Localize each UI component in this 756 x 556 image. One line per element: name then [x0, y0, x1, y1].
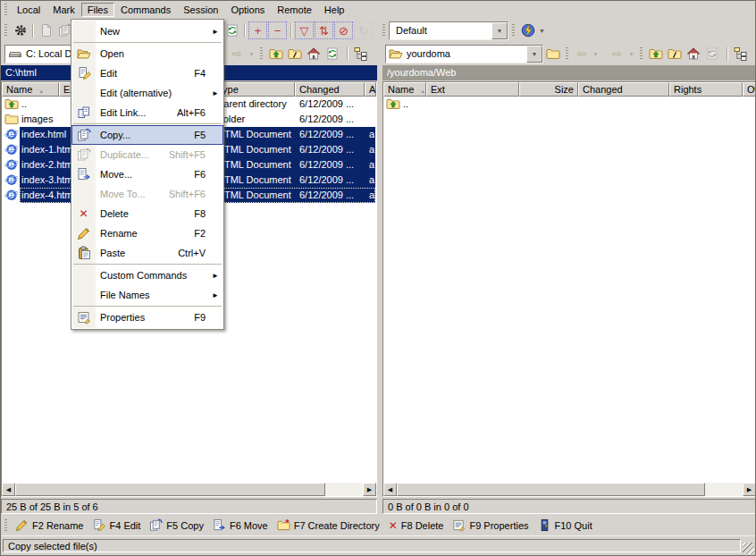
column-header-changed[interactable]: Changed — [578, 82, 669, 97]
toolbar-grip[interactable] — [566, 47, 568, 60]
scrollbar-thumb[interactable] — [15, 483, 325, 496]
lightning-icon — [521, 23, 535, 38]
menu-item-duplicate[interactable]: Duplicate...Shift+F5 — [71, 145, 223, 164]
toolbar-grip[interactable] — [4, 4, 7, 16]
f7-create-directory-button[interactable]: F7 Create Directory — [273, 517, 384, 534]
menu-options[interactable]: Options — [224, 3, 271, 17]
remote-forward-dropdown[interactable]: ▼ — [626, 45, 636, 63]
menu-item-new[interactable]: New► — [71, 21, 223, 41]
column-header-size[interactable]: Size — [519, 82, 578, 97]
remote-open-directory-button[interactable] — [543, 45, 562, 63]
toolbar-grip[interactable] — [640, 47, 643, 60]
f10-quit-button[interactable]: F10 Quit — [533, 517, 597, 534]
f4-edit-button[interactable]: F4 Edit — [88, 517, 145, 534]
toolbar-grip[interactable] — [382, 24, 385, 37]
file-row-parent[interactable]: .. — [384, 97, 755, 112]
menu-files[interactable]: Files — [81, 3, 114, 17]
remote-home-button[interactable] — [684, 45, 702, 63]
f6-move-button[interactable]: F6 Move — [208, 517, 273, 534]
menu-item-file-names[interactable]: File Names► — [71, 285, 223, 305]
remote-dir-combo[interactable]: yourdoma ▼ — [385, 45, 543, 63]
f2-rename-button[interactable]: F2 Rename — [11, 517, 88, 534]
session-combo[interactable]: Default ▼ — [389, 21, 508, 40]
menu-help[interactable]: Help — [318, 3, 351, 17]
abort-button[interactable]: ⊘ — [334, 21, 353, 39]
menu-session[interactable]: Session — [177, 3, 224, 17]
remote-parent-directory-button[interactable] — [646, 45, 665, 63]
remote-path-bar[interactable]: /yourdoma/Web — [382, 65, 756, 80]
menu-item-paste[interactable]: PasteCtrl+V — [71, 243, 223, 263]
toolbar-grip[interactable] — [512, 24, 515, 37]
swap-panels-button[interactable]: ⇅ — [315, 21, 333, 39]
local-home-button[interactable] — [304, 45, 323, 63]
menu-item-edit-alternative[interactable]: Edit (alternative)► — [71, 83, 223, 103]
remote-forward-button[interactable]: ⇨ — [608, 45, 626, 63]
local-tree-button[interactable] — [351, 45, 370, 63]
column-header-name[interactable]: Name▲ — [2, 82, 59, 97]
scroll-left-button[interactable]: ◀ — [2, 483, 15, 496]
session-color-dropdown[interactable]: ▼ — [537, 21, 547, 39]
menu-item-edit[interactable]: EditF4 — [71, 63, 223, 83]
menu-item-rename[interactable]: RenameF2 — [71, 223, 223, 243]
toolbar-grip[interactable] — [4, 519, 7, 532]
menu-remote[interactable]: Remote — [271, 3, 318, 17]
remote-horizontal-scrollbar[interactable]: ◀ ▶ — [383, 483, 756, 496]
submenu-arrow-icon: ► — [212, 89, 219, 97]
folder-slash-icon — [668, 46, 682, 61]
file-name: .. — [403, 97, 408, 112]
menu-item-properties[interactable]: PropertiesF9 — [71, 307, 223, 327]
add-to-selection-button[interactable]: + — [248, 21, 267, 39]
f5-copy-button[interactable]: F5 Copy — [145, 517, 208, 534]
menu-item-edit-link[interactable]: Edit Link...Alt+F6 — [71, 103, 223, 122]
local-go-to-directory-button[interactable] — [285, 45, 304, 63]
column-header-changed[interactable]: Changed — [295, 82, 365, 97]
dropdown-button[interactable]: ▼ — [491, 22, 508, 39]
resize-grip[interactable] — [743, 543, 754, 554]
remote-back-button[interactable]: ⇦ — [572, 45, 591, 63]
log-window-button[interactable] — [37, 21, 55, 39]
column-header-name[interactable]: Name▲ — [383, 82, 426, 97]
column-header-type[interactable]: Type — [213, 82, 295, 97]
refresh-session-button[interactable]: ↻ — [354, 21, 373, 39]
file-name: .. — [21, 97, 27, 112]
local-horizontal-scrollbar[interactable]: ◀ ▶ — [2, 483, 376, 496]
column-header-attr[interactable]: Attr — [365, 82, 376, 97]
menu-item-custom-commands[interactable]: Custom Commands► — [71, 265, 223, 285]
local-parent-directory-button[interactable] — [266, 45, 285, 63]
remote-refresh-button[interactable] — [702, 45, 721, 63]
session-color-button[interactable] — [518, 21, 537, 39]
column-header-rights[interactable]: Rights — [669, 82, 743, 97]
remote-tree-button[interactable] — [731, 45, 750, 63]
menu-item-copy[interactable]: Copy...F5 — [71, 125, 223, 145]
quit-door-icon — [538, 518, 551, 532]
menu-item-open[interactable]: Open — [71, 44, 223, 63]
menu-commands[interactable]: Commands — [114, 3, 177, 17]
scroll-left-button[interactable]: ◀ — [383, 483, 397, 496]
remove-from-selection-button[interactable]: − — [268, 21, 287, 39]
menu-item-move-to[interactable]: Move To...Shift+F6 — [71, 184, 223, 204]
f9-properties-button[interactable]: F9 Properties — [448, 517, 533, 534]
file-changed: 6/12/2009 ... — [299, 188, 354, 203]
remote-back-dropdown[interactable]: ▼ — [591, 45, 601, 63]
column-header-ext[interactable]: Ext — [426, 82, 519, 97]
scroll-right-button[interactable]: ▶ — [363, 483, 376, 496]
filter-button[interactable]: ▽ — [295, 21, 314, 39]
menu-local[interactable]: Local — [11, 3, 46, 17]
toolbar-grip[interactable] — [260, 47, 263, 60]
synchronize-icon — [225, 23, 239, 38]
menu-item-move[interactable]: Move...F6 — [71, 164, 223, 184]
scrollbar-thumb[interactable] — [397, 483, 705, 496]
column-header-owner[interactable]: Owner — [743, 82, 756, 97]
toolbar-grip[interactable] — [4, 24, 7, 37]
remote-go-to-directory-button[interactable] — [665, 45, 684, 63]
preferences-button[interactable] — [11, 21, 29, 39]
menu-item-delete[interactable]: ✕ DeleteF8 — [71, 204, 223, 223]
local-forward-dropdown[interactable]: ▼ — [247, 45, 256, 63]
f8-delete-button[interactable]: ✕F8 Delete — [384, 518, 449, 534]
synchronize-button[interactable] — [223, 21, 241, 39]
scroll-right-button[interactable]: ▶ — [743, 483, 756, 496]
local-forward-button[interactable]: ⇨ — [228, 45, 247, 63]
menu-mark[interactable]: Mark — [46, 3, 80, 17]
local-refresh-button[interactable] — [323, 45, 341, 63]
dropdown-button[interactable]: ▼ — [526, 46, 542, 63]
